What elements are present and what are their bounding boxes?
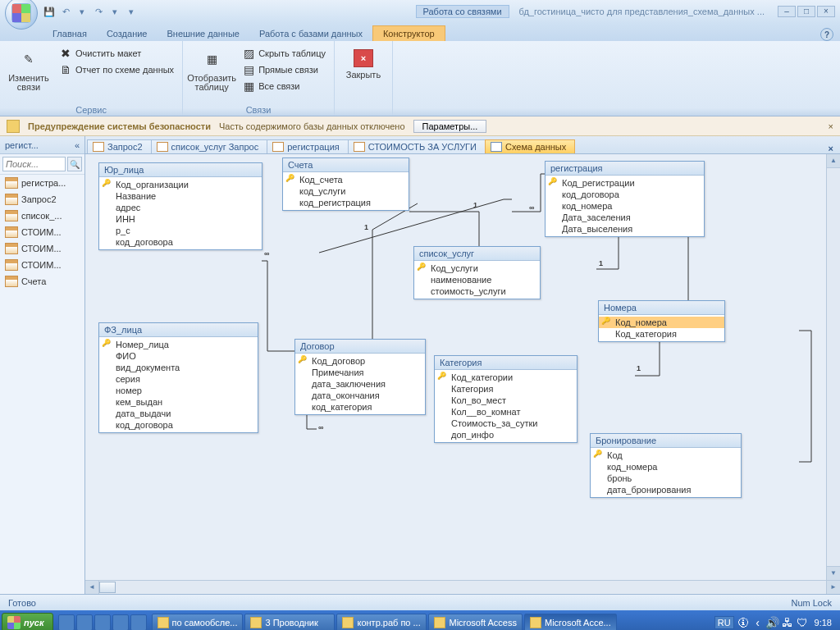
start-button[interactable]: пуск [2, 613, 53, 630]
relationships-canvas[interactable]: ∞ 1 ∞ 1 ∞ 1 ∞ 1 ∞ 1 1 ∞ ∞ 1 ∞ Юр_лица Ко… [85, 154, 840, 580]
taskbar-item[interactable]: контр.раб по ... [336, 614, 427, 630]
hide-table-button[interactable]: ▨Скрыть таблицу [239, 46, 329, 61]
nav-search-input[interactable] [2, 157, 66, 171]
table-field[interactable]: номер [99, 385, 258, 396]
table-field[interactable]: код_номера [591, 461, 741, 472]
table-scheta[interactable]: Счета Код_счета код_услуги код_регистрац… [282, 158, 409, 211]
taskbar-item[interactable]: Microsoft Access [428, 614, 523, 630]
nav-pane-header[interactable]: регист... « [0, 136, 84, 154]
ie-icon[interactable] [58, 614, 75, 630]
desktop-icon[interactable] [76, 614, 93, 630]
restore-button[interactable]: □ [797, 6, 815, 17]
table-field[interactable]: Код_категория [599, 328, 724, 340]
doc-tab[interactable]: СТОИМОСТЬ ЗА УСЛУГИ [348, 139, 486, 153]
table-field[interactable]: Код_счета [283, 174, 409, 185]
table-bronirovanie[interactable]: Бронирование Код код_номера бронь дата_б… [590, 433, 742, 498]
ribbon-tab-home[interactable]: Главная [43, 26, 97, 41]
relationship-report-button[interactable]: 🗎Отчет по схеме данных [56, 62, 177, 77]
tray-icon[interactable]: 🛈 [737, 617, 749, 628]
firefox-icon[interactable] [94, 614, 111, 630]
table-field[interactable]: Категория [435, 383, 577, 395]
show-table-button[interactable]: ▦ Отобразить таблицу [188, 43, 235, 92]
direct-relations-button[interactable]: ▤Прямые связи [239, 62, 329, 77]
taskbar-item[interactable]: 3 Проводник [244, 614, 335, 630]
table-field[interactable]: Примечания [295, 367, 425, 378]
table-field[interactable]: Код [591, 450, 741, 461]
scroll-thumb[interactable] [99, 582, 116, 593]
table-field[interactable]: Код_регистрации [546, 177, 704, 189]
doc-tab[interactable]: список_услуг Запрос [151, 139, 268, 153]
doc-tab[interactable]: регистрация [267, 139, 349, 153]
minimize-button[interactable]: – [778, 6, 796, 17]
table-field[interactable]: Дата_выселения [546, 223, 704, 235]
table-field[interactable]: Дата_заселения [546, 212, 704, 223]
table-field[interactable]: код_услуги [283, 185, 409, 197]
table-field[interactable]: Код_услуги [414, 262, 540, 274]
nav-item[interactable]: СТОИМ... [0, 224, 84, 240]
table-field[interactable]: ФИО [99, 350, 258, 362]
tray-icon[interactable]: ‹ [752, 617, 764, 628]
table-dogovor[interactable]: Договор Код_договор Примечания дата_закл… [294, 339, 426, 415]
all-relations-button[interactable]: ▦Все связи [239, 79, 329, 94]
nav-item[interactable]: СТОИМ... [0, 257, 84, 273]
table-field[interactable]: кем_выдан [99, 396, 258, 408]
table-field[interactable]: дата_бронирования [591, 484, 741, 495]
nav-item[interactable]: регистра... [0, 175, 84, 191]
taskbar-item[interactable]: по самообсле... [152, 614, 244, 630]
table-field-selected[interactable]: Код_номера [599, 317, 724, 328]
qat-dropdown-icon[interactable]: ▾ [75, 5, 89, 18]
table-field[interactable]: Название [99, 190, 262, 202]
table-field[interactable]: Код_организации [99, 179, 262, 190]
ribbon-tab-external[interactable]: Внешние данные [158, 26, 249, 41]
table-field[interactable]: Код_категории [435, 372, 577, 383]
table-field[interactable]: вид_документа [99, 362, 258, 373]
ribbon-tab-create[interactable]: Создание [97, 26, 158, 41]
table-field[interactable]: код_договора [99, 236, 262, 248]
table-field[interactable]: Стоимость_за_сутки [435, 418, 577, 429]
table-field[interactable]: дата_выдачи [99, 408, 258, 419]
table-field[interactable]: Код_договор [295, 355, 425, 367]
table-registratsiya[interactable]: регистрация Код_регистрации код_договора… [545, 161, 705, 237]
table-field[interactable]: код_категория [295, 401, 425, 413]
table-field[interactable]: код_договора [99, 419, 258, 431]
tray-icon[interactable]: 🔊 [767, 617, 778, 628]
chevron-icon[interactable] [130, 614, 147, 630]
table-field[interactable]: наименование [414, 274, 540, 285]
table-field[interactable]: Номер_лица [99, 339, 258, 350]
table-field[interactable]: код_договора [546, 189, 704, 200]
nav-item[interactable]: СТОИМ... [0, 240, 84, 257]
ribbon-tab-dbtools[interactable]: Работа с базами данных [249, 26, 372, 41]
table-field[interactable]: доп_инфо [435, 429, 577, 441]
security-close-button[interactable]: × [829, 121, 833, 131]
nav-item[interactable]: список_... [0, 208, 84, 224]
tray-icon[interactable]: 🖧 [782, 617, 793, 628]
table-field[interactable]: адрес [99, 202, 262, 213]
table-fz-litsa[interactable]: ФЗ_лица Номер_лица ФИО вид_документа сер… [98, 322, 258, 433]
qat-dropdown-icon[interactable]: ▾ [108, 5, 121, 18]
table-spisok-uslug[interactable]: список_услуг Код_услуги наименование сто… [413, 246, 541, 299]
clear-layout-button[interactable]: ✖Очистить макет [56, 46, 177, 61]
doc-close-button[interactable]: × [822, 144, 840, 153]
doc-tab-active[interactable]: Схема данных [485, 139, 575, 153]
close-button[interactable]: × [817, 6, 835, 17]
undo-icon[interactable]: ↶ [59, 5, 72, 18]
table-field[interactable]: стоимость_услуги [414, 285, 540, 297]
vertical-scrollbar[interactable] [826, 154, 840, 580]
close-designer-button[interactable]: × Закрыть [340, 43, 387, 80]
redo-icon[interactable]: ↷ [92, 5, 105, 18]
table-yur-litsa[interactable]: Юр_лица Код_организации Название адрес И… [98, 162, 262, 250]
table-field[interactable]: Кол__во_комнат [435, 406, 577, 418]
ribbon-tab-designer[interactable]: Конструктор [372, 25, 445, 41]
horizontal-scrollbar[interactable] [85, 580, 840, 594]
clock[interactable]: 9:18 [811, 618, 835, 628]
tray-icon[interactable]: 🛡 [797, 617, 808, 628]
table-field[interactable]: ИНН [99, 213, 262, 225]
table-field[interactable]: серия [99, 373, 258, 385]
table-nomera[interactable]: Номера Код_номера Код_категория [598, 300, 725, 342]
taskbar-item-active[interactable]: Microsoft Acce... [524, 614, 617, 630]
table-kategoriya[interactable]: Категория Код_категории Категория Кол_во… [434, 355, 578, 443]
table-field[interactable]: бронь [591, 472, 741, 484]
qat-customize-icon[interactable]: ▾ [125, 5, 138, 18]
doc-tab[interactable]: Запрос2 [87, 139, 152, 153]
table-field[interactable]: код_номера [546, 200, 704, 212]
